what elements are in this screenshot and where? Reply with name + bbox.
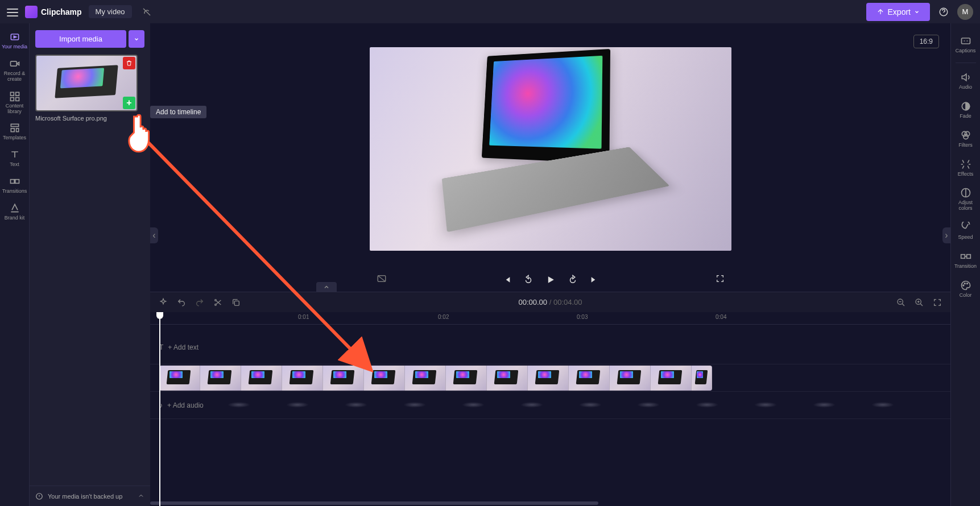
play-button[interactable] [544,273,557,286]
preview-zone: 16:9 [150,23,950,292]
project-title[interactable]: My video [89,5,132,18]
app-header: Clipchamp My video Export M [0,0,980,23]
aspect-ratio-button[interactable]: 16:9 [913,35,939,48]
nav-text[interactable]: Text [1,146,28,171]
nav-rail: Your media Record & create Content libra… [0,23,30,506]
media-item[interactable]: + [35,55,138,111]
right-adjust-colors[interactable]: Adjust colors [952,183,979,215]
text-icon: T [159,343,163,351]
rewind-button[interactable] [523,274,534,285]
magic-tool-icon[interactable] [158,297,168,308]
video-track[interactable] [150,364,950,392]
chevron-up-icon[interactable] [138,492,144,500]
svg-rect-4 [15,92,19,96]
right-fade[interactable]: Fade [952,97,979,123]
svg-rect-25 [966,255,970,259]
fullscreen-button[interactable] [716,274,725,285]
audio-track[interactable]: ♪ + Add audio [150,392,950,419]
right-label: Audio [959,85,972,90]
timeline[interactable]: 0:01 0:02 0:03 0:04 T + Add text [150,312,950,506]
brand-icon [9,202,20,214]
nav-templates[interactable]: Templates [1,119,28,144]
svg-rect-2 [10,61,16,66]
nav-record-create[interactable]: Record & create [1,55,28,86]
right-filters[interactable]: Filters [952,126,979,152]
nav-transitions[interactable]: Transitions [1,172,28,198]
zoom-in-button[interactable] [914,297,924,308]
right-speed[interactable]: Speed [952,218,979,244]
right-audio[interactable]: Audio [952,68,979,94]
music-icon: ♪ [159,401,163,409]
contrast-icon [960,187,971,198]
skip-end-button[interactable] [589,274,600,285]
text-track[interactable]: T + Add text [150,330,950,364]
svg-rect-5 [10,97,14,101]
svg-point-28 [966,283,967,284]
nav-your-media[interactable]: Your media [1,28,28,53]
ruler-mark: 0:02 [438,314,449,320]
add-audio-button[interactable]: ♪ + Add audio [159,401,204,409]
avatar-initial: M [962,7,969,16]
export-label: Export [888,7,911,16]
timeline-expand-button[interactable] [316,282,337,292]
copy-button[interactable] [231,297,241,308]
timeline-ruler[interactable]: 0:01 0:02 0:03 0:04 [150,312,950,325]
import-dropdown-button[interactable] [129,30,144,48]
collapse-right-panel-button[interactable]: › [942,227,950,243]
sync-off-icon[interactable] [139,4,155,20]
transition-icon [960,251,971,262]
app-logo[interactable]: Clipchamp [25,6,82,18]
backup-status-bar[interactable]: Your media isn't backed up [30,486,150,506]
svg-point-27 [964,283,965,284]
redo-button[interactable] [195,297,205,308]
svg-rect-7 [11,125,18,127]
split-button[interactable] [213,297,223,308]
video-clip[interactable] [159,366,712,391]
undo-button[interactable] [176,297,187,308]
forward-button[interactable] [567,274,578,285]
nav-content-library[interactable]: Content library [1,87,28,118]
right-transition[interactable]: Transition [952,247,979,273]
menu-icon[interactable] [7,6,18,18]
right-captions[interactable]: Captions [952,31,979,58]
collapse-panel-button[interactable]: ‹ [150,227,158,243]
svg-rect-18 [961,38,970,44]
right-effects[interactable]: Effects [952,155,979,181]
scrollbar-thumb[interactable] [150,501,598,505]
add-text-button[interactable]: T + Add text [159,343,199,351]
nav-label: Your media [2,44,27,50]
help-icon[interactable] [936,4,952,20]
nav-label: Text [10,162,19,168]
right-label: Adjust colors [952,200,979,211]
backup-label: Your media isn't backed up [48,493,122,500]
delete-media-button[interactable] [123,57,135,69]
import-media-button[interactable]: Import media [35,30,126,48]
skip-start-button[interactable] [501,274,512,285]
user-avatar[interactable]: M [957,4,973,20]
add-to-timeline-button[interactable]: + [123,97,135,109]
info-icon [35,492,43,500]
zoom-fit-button[interactable] [932,297,942,308]
svg-rect-24 [961,255,965,259]
chevron-down-icon [914,9,920,15]
safe-zone-icon[interactable] [377,273,387,286]
nav-label: Content library [1,103,28,115]
svg-rect-9 [16,128,18,132]
preview-canvas[interactable] [370,47,731,251]
nav-label: Transitions [2,189,27,194]
player-controls [501,273,600,286]
export-button[interactable]: Export [866,3,930,21]
nav-brand-kit[interactable]: Brand kit [1,199,28,225]
library-icon [9,90,20,102]
effects-icon [960,159,971,170]
svg-rect-8 [11,128,14,132]
fade-icon [960,101,971,112]
current-time: 00:00.00 [518,298,547,306]
zoom-out-button[interactable] [896,297,906,308]
timeline-scrollbar[interactable] [150,500,950,506]
speed-icon [960,222,971,233]
filters-icon [960,130,971,141]
svg-point-22 [963,134,967,139]
editor-area: 16:9 [150,23,950,506]
right-color[interactable]: Color [952,276,979,302]
